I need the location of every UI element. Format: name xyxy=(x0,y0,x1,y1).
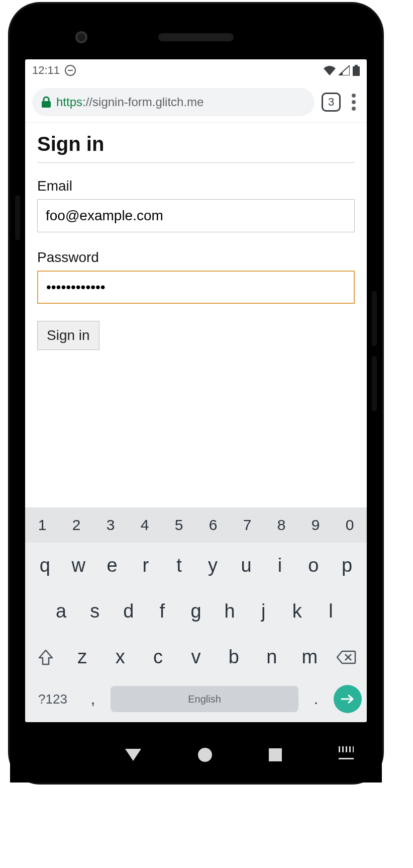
key-e[interactable]: e xyxy=(95,550,129,581)
cellular-icon xyxy=(339,65,350,75)
key-c[interactable]: c xyxy=(139,641,177,673)
password-input[interactable] xyxy=(37,271,355,304)
key-z[interactable]: z xyxy=(63,641,101,673)
url-host: signin-form.glitch.me xyxy=(92,95,203,109)
address-bar[interactable]: https://signin-form.glitch.me xyxy=(32,88,315,116)
key-r[interactable]: r xyxy=(129,550,162,581)
key-t[interactable]: t xyxy=(162,550,196,581)
key-i[interactable]: i xyxy=(263,550,297,581)
enter-key[interactable] xyxy=(334,685,362,713)
phone-side-button xyxy=(372,356,377,411)
key-2[interactable]: 2 xyxy=(59,507,93,543)
period-key[interactable]: . xyxy=(303,690,329,708)
key-5[interactable]: 5 xyxy=(162,507,196,543)
key-l[interactable]: l xyxy=(314,595,348,627)
key-u[interactable]: u xyxy=(230,550,263,581)
key-f[interactable]: f xyxy=(145,595,179,627)
email-label: Email xyxy=(37,178,355,194)
spacebar-label: English xyxy=(188,693,221,705)
key-v[interactable]: v xyxy=(177,641,215,673)
password-label: Password xyxy=(37,249,355,266)
key-9[interactable]: 9 xyxy=(298,507,333,543)
phone-frame: 12:11 https: xyxy=(10,4,382,783)
keyboard-row-1: q w e r t y u i o p xyxy=(25,543,367,588)
key-h[interactable]: h xyxy=(213,595,247,627)
comma-key[interactable]: , xyxy=(80,690,106,708)
key-7[interactable]: 7 xyxy=(230,507,264,543)
key-k[interactable]: k xyxy=(280,595,314,627)
battery-icon xyxy=(353,65,360,76)
key-3[interactable]: 3 xyxy=(93,507,128,543)
lock-icon xyxy=(41,96,51,108)
svg-rect-2 xyxy=(42,101,51,108)
soft-keyboard: 1 2 3 4 5 6 7 8 9 0 q w e r t y u i o xyxy=(25,507,367,722)
android-nav-bar xyxy=(10,727,382,783)
key-s[interactable]: s xyxy=(78,595,112,627)
symbols-key[interactable]: ?123 xyxy=(30,691,75,707)
nav-recent-button[interactable] xyxy=(269,748,282,761)
key-a[interactable]: a xyxy=(44,595,78,627)
email-field-block: Email xyxy=(37,178,355,232)
tab-count-button[interactable]: 3 xyxy=(322,93,341,112)
spacebar-key[interactable]: English xyxy=(111,686,298,712)
keyboard-bottom-row: ?123 , English . xyxy=(25,680,367,722)
keyboard-number-row: 1 2 3 4 5 6 7 8 9 0 xyxy=(25,507,367,543)
phone-speaker xyxy=(158,33,234,41)
key-0[interactable]: 0 xyxy=(333,507,367,543)
phone-side-button xyxy=(372,291,377,346)
backspace-key[interactable] xyxy=(329,641,364,673)
page-content: Sign in Email Password Sign in xyxy=(25,123,367,507)
url-text: https://signin-form.glitch.me xyxy=(56,95,203,109)
overflow-menu-button[interactable] xyxy=(348,94,360,111)
key-w[interactable]: w xyxy=(62,550,95,581)
email-input[interactable] xyxy=(37,199,355,232)
nav-back-button[interactable] xyxy=(125,749,141,761)
keyboard-row-3: z x c v b n m xyxy=(25,634,367,680)
signin-button[interactable]: Sign in xyxy=(37,321,99,350)
key-y[interactable]: y xyxy=(196,550,230,581)
url-scheme: https xyxy=(56,95,82,109)
screen: 12:11 https: xyxy=(25,59,367,722)
key-j[interactable]: j xyxy=(247,595,280,627)
page-title: Sign in xyxy=(37,133,355,163)
shift-key[interactable] xyxy=(28,641,63,673)
password-field-block: Password xyxy=(37,249,355,304)
key-x[interactable]: x xyxy=(101,641,139,673)
nav-home-button[interactable] xyxy=(198,748,212,762)
svg-rect-0 xyxy=(353,66,360,76)
key-p[interactable]: p xyxy=(330,550,364,581)
key-q[interactable]: q xyxy=(28,550,62,581)
tab-count-value: 3 xyxy=(328,96,334,109)
key-n[interactable]: n xyxy=(253,641,290,673)
dnd-icon xyxy=(65,65,76,76)
key-b[interactable]: b xyxy=(215,641,253,673)
key-1[interactable]: 1 xyxy=(25,507,59,543)
wifi-icon xyxy=(324,65,336,75)
key-8[interactable]: 8 xyxy=(264,507,298,543)
key-g[interactable]: g xyxy=(179,595,213,627)
browser-toolbar: https://signin-form.glitch.me 3 xyxy=(25,81,367,123)
key-m[interactable]: m xyxy=(291,641,329,673)
key-d[interactable]: d xyxy=(112,595,145,627)
status-time: 12:11 xyxy=(32,64,60,77)
nav-keyboard-icon[interactable] xyxy=(339,750,354,759)
key-6[interactable]: 6 xyxy=(196,507,230,543)
status-bar: 12:11 xyxy=(25,59,367,81)
url-sep: :// xyxy=(82,95,92,109)
keyboard-row-2: a s d f g h j k l xyxy=(25,588,367,634)
key-4[interactable]: 4 xyxy=(128,507,162,543)
phone-camera xyxy=(75,31,87,43)
key-o[interactable]: o xyxy=(296,550,330,581)
svg-rect-1 xyxy=(355,65,358,66)
phone-side-button xyxy=(15,195,20,240)
